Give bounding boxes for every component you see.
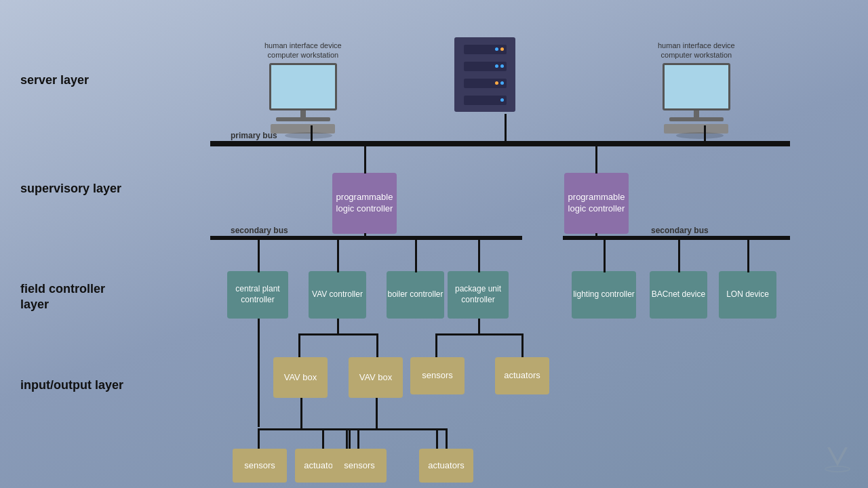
sensors-central: sensors xyxy=(233,449,287,483)
lighting-controller: lighting controller xyxy=(572,271,636,319)
vline-bus-plc2 xyxy=(595,146,597,174)
sensors-vav2: sensors xyxy=(332,449,387,483)
vline-secbus-lighting xyxy=(604,239,606,272)
monitor-1: human interface devicecomputer workstati… xyxy=(264,41,342,134)
vav-box-2: VAV box xyxy=(349,357,403,398)
monitor1-label: human interface devicecomputer workstati… xyxy=(264,41,342,59)
monitor1-shadow xyxy=(285,132,332,139)
vline-server-bus xyxy=(505,114,507,142)
server-unit-1 xyxy=(464,45,507,54)
vline-central-act xyxy=(322,428,324,449)
vline-secbus-package xyxy=(478,239,480,272)
plc-1: programmable logic controller xyxy=(332,173,397,234)
vline-vavbox1-down2 xyxy=(300,398,302,428)
vline-actuators2-down xyxy=(346,428,348,449)
vline-secbus-lon xyxy=(747,239,749,272)
vline-act3 xyxy=(446,428,448,449)
sensors-1: sensors xyxy=(410,357,465,394)
vline-secbus-vav xyxy=(337,239,339,272)
svg-point-1 xyxy=(825,466,850,472)
primary-bus xyxy=(210,141,790,146)
vline-vav2-down2 xyxy=(376,398,378,428)
bacnet-device: BACnet device xyxy=(650,271,707,319)
monitor2-label: human interface devicecomputer workstati… xyxy=(658,41,735,59)
server-unit-2 xyxy=(464,62,507,71)
central-plant-controller: central plant controller xyxy=(227,271,288,319)
vline-monitor2-bus xyxy=(704,125,706,142)
secondary-bus-left-label: secondary bus xyxy=(231,226,288,235)
vline-vav-left xyxy=(298,333,300,357)
logo xyxy=(821,441,854,474)
lon-device: LON device xyxy=(719,271,776,319)
hline-package-io xyxy=(435,333,522,336)
server-unit-4 xyxy=(464,96,507,105)
vav-controller: VAV controller xyxy=(309,271,366,319)
vline-actuators3-down xyxy=(436,428,438,449)
monitor1-screen xyxy=(269,63,337,110)
vline-secbus-boiler xyxy=(415,239,417,272)
svg-marker-0 xyxy=(827,447,848,466)
vline-plc2-secbus xyxy=(595,233,597,237)
vline-bus-plc1 xyxy=(364,146,366,174)
vline-central-down xyxy=(258,319,260,427)
io-layer-label: input/output layer xyxy=(20,378,123,392)
vline-vav-right xyxy=(376,333,378,357)
package-unit-controller: package unit controller xyxy=(448,271,509,319)
vline-package-down xyxy=(478,319,480,335)
server-layer-label: server layer xyxy=(20,73,89,87)
vline-sensors3-down xyxy=(349,428,351,449)
plc-2: programmable logic controller xyxy=(564,173,629,234)
vline-monitor1-bus xyxy=(311,125,313,142)
monitor-2: human interface devicecomputer workstati… xyxy=(658,41,735,134)
vline-secbus-bacnet xyxy=(678,239,680,272)
hline-vav2-io2 xyxy=(357,428,446,430)
vline-plc1-secbus xyxy=(364,233,366,237)
supervisory-layer-label: supervisory layer xyxy=(20,182,121,196)
secondary-bus-right-label: secondary bus xyxy=(651,226,709,235)
hline-central-io xyxy=(258,428,349,430)
vline-actuators1-down xyxy=(521,333,524,357)
actuators-vav2: actuators xyxy=(419,449,473,483)
server-rack xyxy=(454,37,515,112)
field-layer-label: field controllerlayer xyxy=(20,281,105,313)
boiler-controller: boiler controller xyxy=(387,271,444,319)
actuators-1: actuators xyxy=(495,357,549,394)
vline-sensors1-down xyxy=(435,333,437,357)
vline-central-sens xyxy=(258,428,260,449)
monitor2-shadow xyxy=(676,132,724,139)
vline-secbus-central xyxy=(258,239,260,272)
vline-sens3 xyxy=(357,428,359,449)
vav-box-1: VAV box xyxy=(273,357,328,398)
secondary-bus-left xyxy=(210,236,522,240)
monitor2-screen xyxy=(663,63,730,110)
server-device: server xyxy=(475,37,496,48)
server-unit-3 xyxy=(464,79,507,88)
vline-vav-down xyxy=(337,319,339,335)
